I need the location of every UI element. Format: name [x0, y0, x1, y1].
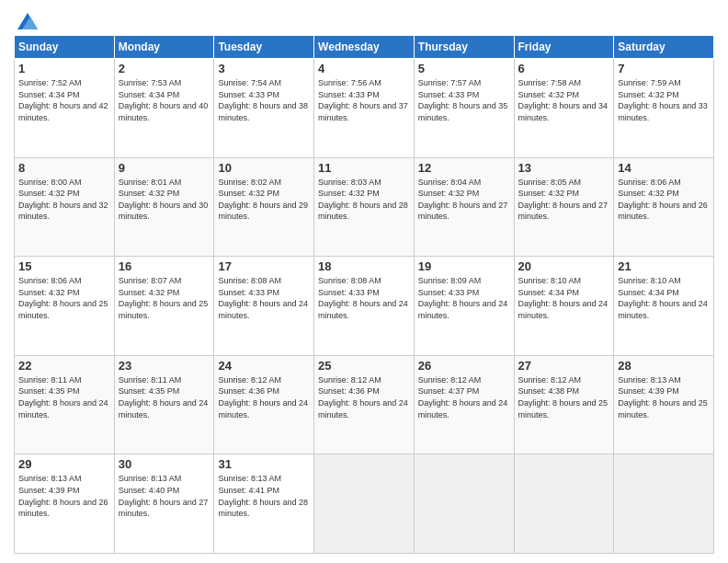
calendar-cell: 5 Sunrise: 7:57 AM Sunset: 4:33 PM Dayli… [414, 59, 514, 158]
page: SundayMondayTuesdayWednesdayThursdayFrid… [0, 0, 728, 563]
day-detail: Sunrise: 8:10 AM Sunset: 4:34 PM Dayligh… [518, 275, 610, 321]
day-detail: Sunrise: 8:04 AM Sunset: 4:32 PM Dayligh… [418, 177, 510, 223]
calendar-cell: 29 Sunrise: 8:13 AM Sunset: 4:39 PM Dayl… [15, 454, 115, 554]
day-number: 22 [18, 359, 110, 373]
day-detail: Sunrise: 8:11 AM Sunset: 4:35 PM Dayligh… [18, 374, 110, 420]
day-number: 9 [119, 161, 210, 175]
day-detail: Sunrise: 8:06 AM Sunset: 4:32 PM Dayligh… [18, 275, 110, 321]
day-detail: Sunrise: 8:12 AM Sunset: 4:37 PM Dayligh… [418, 374, 510, 420]
calendar-cell: 23 Sunrise: 8:11 AM Sunset: 4:35 PM Dayl… [114, 355, 214, 454]
calendar-cell: 7 Sunrise: 7:59 AM Sunset: 4:32 PM Dayli… [614, 59, 714, 158]
day-number: 23 [119, 359, 210, 373]
day-detail: Sunrise: 8:13 AM Sunset: 4:41 PM Dayligh… [218, 473, 310, 519]
calendar-cell: 20 Sunrise: 8:10 AM Sunset: 4:34 PM Dayl… [514, 257, 614, 356]
day-number: 25 [318, 359, 410, 373]
calendar-cell [314, 454, 415, 554]
calendar-cell: 1 Sunrise: 7:52 AM Sunset: 4:34 PM Dayli… [15, 59, 115, 158]
day-detail: Sunrise: 8:08 AM Sunset: 4:33 PM Dayligh… [318, 275, 410, 321]
day-number: 20 [518, 259, 610, 273]
calendar-cell: 10 Sunrise: 8:02 AM Sunset: 4:32 PM Dayl… [214, 157, 314, 257]
calendar-cell: 8 Sunrise: 8:00 AM Sunset: 4:32 PM Dayli… [15, 157, 115, 257]
day-detail: Sunrise: 7:57 AM Sunset: 4:33 PM Dayligh… [418, 77, 510, 123]
day-detail: Sunrise: 7:58 AM Sunset: 4:32 PM Dayligh… [518, 77, 610, 123]
calendar-cell: 28 Sunrise: 8:13 AM Sunset: 4:39 PM Dayl… [614, 355, 714, 454]
calendar-header-monday: Monday [114, 36, 214, 59]
day-number: 16 [119, 259, 210, 273]
day-number: 26 [418, 359, 510, 373]
day-number: 3 [218, 62, 310, 75]
calendar-header-thursday: Thursday [414, 36, 514, 59]
day-detail: Sunrise: 8:05 AM Sunset: 4:32 PM Dayligh… [518, 177, 610, 223]
calendar-cell: 14 Sunrise: 8:06 AM Sunset: 4:32 PM Dayl… [614, 157, 714, 257]
calendar-cell: 9 Sunrise: 8:01 AM Sunset: 4:32 PM Dayli… [114, 157, 214, 257]
day-number: 6 [518, 62, 610, 75]
day-number: 5 [418, 62, 510, 75]
day-detail: Sunrise: 7:52 AM Sunset: 4:34 PM Dayligh… [18, 77, 110, 123]
day-detail: Sunrise: 8:13 AM Sunset: 4:39 PM Dayligh… [18, 473, 110, 519]
calendar-header-tuesday: Tuesday [214, 36, 314, 59]
day-detail: Sunrise: 8:02 AM Sunset: 4:32 PM Dayligh… [218, 177, 310, 223]
calendar-cell: 16 Sunrise: 8:07 AM Sunset: 4:32 PM Dayl… [114, 257, 214, 356]
calendar-cell: 12 Sunrise: 8:04 AM Sunset: 4:32 PM Dayl… [414, 157, 514, 257]
calendar-cell: 13 Sunrise: 8:05 AM Sunset: 4:32 PM Dayl… [514, 157, 614, 257]
day-number: 27 [518, 359, 610, 373]
calendar-week-4: 29 Sunrise: 8:13 AM Sunset: 4:39 PM Dayl… [15, 454, 714, 554]
calendar-cell: 31 Sunrise: 8:13 AM Sunset: 4:41 PM Dayl… [214, 454, 314, 554]
day-detail: Sunrise: 7:59 AM Sunset: 4:32 PM Dayligh… [618, 77, 710, 123]
calendar-cell: 11 Sunrise: 8:03 AM Sunset: 4:32 PM Dayl… [314, 157, 415, 257]
calendar-week-2: 15 Sunrise: 8:06 AM Sunset: 4:32 PM Dayl… [15, 257, 714, 356]
calendar-cell: 30 Sunrise: 8:13 AM Sunset: 4:40 PM Dayl… [114, 454, 214, 554]
calendar-cell: 27 Sunrise: 8:12 AM Sunset: 4:38 PM Dayl… [514, 355, 614, 454]
calendar-week-0: 1 Sunrise: 7:52 AM Sunset: 4:34 PM Dayli… [15, 59, 714, 158]
day-number: 2 [119, 62, 210, 75]
calendar-cell: 22 Sunrise: 8:11 AM Sunset: 4:35 PM Dayl… [15, 355, 115, 454]
day-detail: Sunrise: 8:09 AM Sunset: 4:33 PM Dayligh… [418, 275, 510, 321]
day-number: 7 [618, 62, 710, 75]
calendar-cell: 19 Sunrise: 8:09 AM Sunset: 4:33 PM Dayl… [414, 257, 514, 356]
calendar-table: SundayMondayTuesdayWednesdayThursdayFrid… [14, 35, 714, 554]
day-number: 30 [119, 457, 210, 471]
day-number: 4 [318, 62, 410, 75]
day-detail: Sunrise: 8:06 AM Sunset: 4:32 PM Dayligh… [618, 177, 710, 223]
calendar-cell: 3 Sunrise: 7:54 AM Sunset: 4:33 PM Dayli… [214, 59, 314, 158]
day-number: 10 [218, 161, 310, 175]
day-detail: Sunrise: 8:01 AM Sunset: 4:32 PM Dayligh… [119, 177, 210, 223]
day-number: 29 [18, 457, 110, 471]
day-number: 19 [418, 259, 510, 273]
calendar-cell [614, 454, 714, 554]
day-number: 12 [418, 161, 510, 175]
calendar-cell: 26 Sunrise: 8:12 AM Sunset: 4:37 PM Dayl… [414, 355, 514, 454]
calendar-cell: 21 Sunrise: 8:10 AM Sunset: 4:34 PM Dayl… [614, 257, 714, 356]
day-detail: Sunrise: 8:03 AM Sunset: 4:32 PM Dayligh… [318, 177, 410, 223]
calendar-cell: 24 Sunrise: 8:12 AM Sunset: 4:36 PM Dayl… [214, 355, 314, 454]
calendar-cell: 17 Sunrise: 8:08 AM Sunset: 4:33 PM Dayl… [214, 257, 314, 356]
calendar-header-friday: Friday [514, 36, 614, 59]
day-detail: Sunrise: 8:13 AM Sunset: 4:40 PM Dayligh… [119, 473, 210, 519]
calendar-header-row: SundayMondayTuesdayWednesdayThursdayFrid… [15, 36, 714, 59]
day-detail: Sunrise: 8:11 AM Sunset: 4:35 PM Dayligh… [119, 374, 210, 420]
day-number: 11 [318, 161, 410, 175]
day-detail: Sunrise: 7:54 AM Sunset: 4:33 PM Dayligh… [218, 77, 310, 123]
calendar-cell [514, 454, 614, 554]
day-number: 21 [618, 259, 710, 273]
calendar-header-saturday: Saturday [614, 36, 714, 59]
day-number: 31 [218, 457, 310, 471]
logo [14, 13, 38, 29]
day-detail: Sunrise: 7:53 AM Sunset: 4:34 PM Dayligh… [119, 77, 210, 123]
calendar-cell [414, 454, 514, 554]
calendar-cell: 18 Sunrise: 8:08 AM Sunset: 4:33 PM Dayl… [314, 257, 415, 356]
day-detail: Sunrise: 8:07 AM Sunset: 4:32 PM Dayligh… [119, 275, 210, 321]
day-detail: Sunrise: 8:13 AM Sunset: 4:39 PM Dayligh… [618, 374, 710, 420]
day-detail: Sunrise: 8:12 AM Sunset: 4:38 PM Dayligh… [518, 374, 610, 420]
calendar-cell: 25 Sunrise: 8:12 AM Sunset: 4:36 PM Dayl… [314, 355, 415, 454]
day-number: 8 [18, 161, 110, 175]
header [14, 9, 714, 29]
calendar-cell: 2 Sunrise: 7:53 AM Sunset: 4:34 PM Dayli… [114, 59, 214, 158]
day-detail: Sunrise: 7:56 AM Sunset: 4:33 PM Dayligh… [318, 77, 410, 123]
day-detail: Sunrise: 8:08 AM Sunset: 4:33 PM Dayligh… [218, 275, 310, 321]
calendar-header-wednesday: Wednesday [314, 36, 415, 59]
day-detail: Sunrise: 8:12 AM Sunset: 4:36 PM Dayligh… [218, 374, 310, 420]
day-detail: Sunrise: 8:12 AM Sunset: 4:36 PM Dayligh… [318, 374, 410, 420]
day-number: 14 [618, 161, 710, 175]
calendar-cell: 15 Sunrise: 8:06 AM Sunset: 4:32 PM Dayl… [15, 257, 115, 356]
